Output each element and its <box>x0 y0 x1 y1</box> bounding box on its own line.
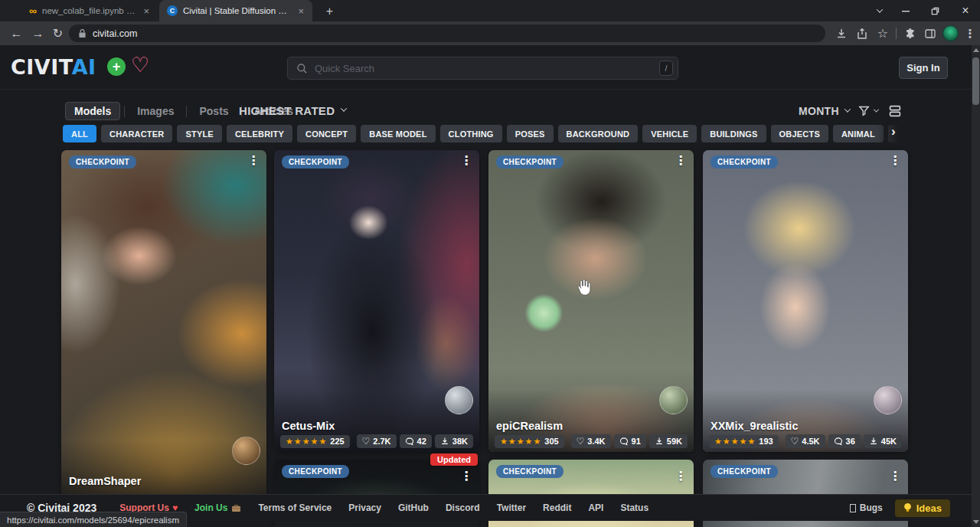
category-background[interactable]: BACKGROUND <box>558 125 639 142</box>
comment-icon <box>619 437 629 446</box>
model-name: XXMix_9realistic <box>710 420 798 432</box>
card-menu-icon[interactable]: ⋮ <box>889 470 901 483</box>
footer-link-discord[interactable]: Discord <box>446 502 480 513</box>
filter-dropdown[interactable] <box>858 104 878 117</box>
back-button[interactable]: ← <box>6 23 27 44</box>
reload-button[interactable]: ↻ <box>47 23 68 44</box>
window-minimize-button[interactable] <box>894 0 917 21</box>
card-menu-icon[interactable]: ⋮ <box>247 155 260 167</box>
tab-close-icon[interactable]: × <box>141 5 152 17</box>
model-card-xxmix-9realistic[interactable]: CHECKPOINT ⋮ XXMix_9realistic ★★★★★193 ♡… <box>703 150 908 452</box>
categories-scroll-right-icon[interactable]: › <box>891 124 896 139</box>
restore-icon <box>930 6 940 16</box>
card-menu-icon[interactable]: ⋮ <box>675 470 687 483</box>
comments-pill: 42 <box>400 434 432 448</box>
likes-count: 2.7K <box>373 437 390 446</box>
tab-images[interactable]: Images <box>129 103 182 119</box>
model-name: DreamShaper <box>69 475 141 487</box>
creator-avatar[interactable] <box>445 386 473 414</box>
civitai-favicon-icon: C <box>167 5 178 16</box>
category-all[interactable]: ALL <box>63 125 96 142</box>
favorites-heart-icon[interactable]: ♡ <box>131 53 149 77</box>
category-buildings[interactable]: BUILDINGS <box>701 125 766 142</box>
model-card-epicrealism[interactable]: CHECKPOINT ⋮ epiCRealism ★★★★★305 ♡3.4K … <box>488 150 694 452</box>
tab-title: new_colab_file.ipynb - Colaborat <box>42 6 136 15</box>
category-vehicle[interactable]: VEHICLE <box>642 125 697 142</box>
rating-count: 225 <box>330 437 344 446</box>
bookmark-star-icon[interactable]: ☆ <box>873 24 893 43</box>
sign-in-button[interactable]: Sign In <box>899 57 948 79</box>
quick-search-box[interactable]: / <box>287 57 678 80</box>
likes-pill: ♡2.7K <box>357 434 397 448</box>
ideas-button[interactable]: Ideas <box>895 499 950 517</box>
footer-link-privacy[interactable]: Privacy <box>348 502 381 513</box>
footer-link-reddit[interactable]: Reddit <box>543 502 571 513</box>
creator-avatar[interactable] <box>659 386 688 414</box>
category-poses[interactable]: POSES <box>507 125 554 142</box>
footer-link-github[interactable]: GitHub <box>398 502 429 513</box>
category-clothing[interactable]: CLOTHING <box>440 125 502 142</box>
card-menu-icon[interactable]: ⋮ <box>460 155 472 167</box>
category-celebrity[interactable]: CELEBRITY <box>227 125 292 142</box>
downloads-pill: 45K <box>864 434 902 448</box>
side-panel-icon[interactable] <box>920 24 940 43</box>
civitai-logo[interactable]: CIVITAI <box>11 55 96 79</box>
browser-menu-icon[interactable]: ⋮ <box>960 24 980 43</box>
new-tab-button[interactable]: + <box>322 3 338 19</box>
category-objects[interactable]: OBJECTS <box>771 125 828 142</box>
footer-link-terms[interactable]: Terms of Service <box>258 502 332 513</box>
tab-posts[interactable]: Posts <box>191 103 237 119</box>
browser-tab-civitai[interactable]: C Civitai | Stable Diffusion models, × <box>159 0 312 21</box>
heart-icon: ♡ <box>791 436 799 447</box>
card-menu-icon[interactable]: ⋮ <box>460 470 472 483</box>
browser-tab-colab[interactable]: ∞ new_colab_file.ipynb - Colaborat × <box>21 0 158 21</box>
minimize-icon <box>901 6 910 15</box>
category-base-model[interactable]: BASE MODEL <box>361 125 435 142</box>
url-bar[interactable]: civitai.com <box>69 25 825 42</box>
page-scrollbar[interactable] <box>972 45 980 527</box>
slash-shortcut-key: / <box>659 61 673 76</box>
footer-link-join-us[interactable]: Join Us <box>194 502 241 513</box>
download-icon <box>440 437 449 446</box>
chevron-down-icon <box>844 106 851 112</box>
download-icon[interactable] <box>831 24 851 43</box>
model-name: epiCRealism <box>496 420 563 432</box>
model-card-cetus-mix[interactable]: CHECKPOINT ⋮ Cetus-Mix ★★★★★225 ♡2.7K 42… <box>274 150 479 452</box>
card-menu-icon[interactable]: ⋮ <box>889 155 901 167</box>
window-close-button[interactable]: × <box>954 0 977 21</box>
card-size-toggle[interactable] <box>887 103 903 123</box>
tab-close-icon[interactable]: × <box>296 5 306 17</box>
scrollbar-up-arrow-icon[interactable] <box>972 45 980 55</box>
site-header: CIVITAI + ♡ / Sign In <box>0 45 980 90</box>
sort-dropdown[interactable]: HIGHEST RATED <box>239 104 346 117</box>
tab-models[interactable]: Models <box>65 102 120 120</box>
forward-button[interactable]: → <box>28 23 48 44</box>
likes-pill: ♡3.4K <box>571 434 611 448</box>
creator-avatar[interactable] <box>874 386 902 414</box>
creator-avatar[interactable] <box>232 437 260 465</box>
comment-icon <box>405 437 414 446</box>
search-input[interactable] <box>315 63 652 74</box>
category-concept[interactable]: CONCEPT <box>297 125 356 142</box>
footer-link-api[interactable]: API <box>588 502 603 513</box>
extensions-puzzle-icon[interactable] <box>900 24 920 43</box>
model-card-dreamshaper[interactable]: CHECKPOINT ⋮ DreamShaper <box>61 150 266 502</box>
window-restore-button[interactable] <box>923 0 946 21</box>
share-icon[interactable] <box>852 24 872 43</box>
profile-avatar[interactable] <box>940 24 960 43</box>
card-menu-icon[interactable]: ⋮ <box>675 155 687 167</box>
footer-link-twitter[interactable]: Twitter <box>497 502 526 513</box>
downloads-count: 38K <box>452 437 468 446</box>
bugs-button[interactable]: Bugs <box>850 502 883 513</box>
period-dropdown[interactable]: MONTH <box>799 105 850 117</box>
stacked-cards-icon <box>887 103 903 119</box>
category-character[interactable]: CHARACTER <box>101 125 172 142</box>
category-animal[interactable]: ANIMAL <box>833 125 884 142</box>
category-style[interactable]: STYLE <box>177 125 221 142</box>
browser-tab-strip: ∞ new_colab_file.ipynb - Colaborat × C C… <box>0 0 980 21</box>
scrollbar-thumb[interactable] <box>972 57 979 105</box>
create-button[interactable]: + <box>107 57 126 76</box>
tab-search-chevron-icon[interactable] <box>868 0 891 21</box>
scrollbar-down-arrow-icon[interactable] <box>972 517 980 527</box>
footer-link-status[interactable]: Status <box>620 502 648 513</box>
